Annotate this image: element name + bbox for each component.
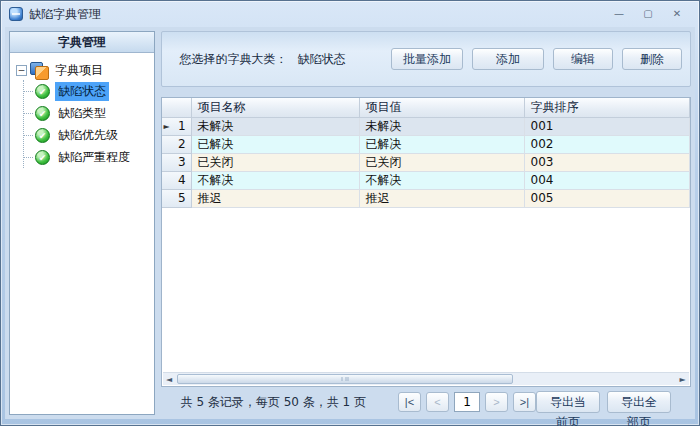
cell-name[interactable]: 未解决 bbox=[192, 118, 360, 136]
export-current-page-button[interactable]: 导出当前页 bbox=[536, 391, 600, 413]
table-row[interactable]: 2 已解决 已解决 002 bbox=[162, 136, 690, 154]
cell-order[interactable]: 001 bbox=[525, 118, 690, 136]
cell-value[interactable]: 推迟 bbox=[360, 190, 525, 208]
titlebar: 缺陷字典管理 — ▢ ✕ bbox=[1, 1, 699, 27]
column-header-name[interactable]: 项目名称 bbox=[192, 98, 360, 117]
table-row[interactable]: ►1 未解决 未解决 001 bbox=[162, 118, 690, 136]
row-header[interactable]: 3 bbox=[162, 154, 192, 172]
export-all-pages-button[interactable]: 导出全部页 bbox=[607, 391, 671, 413]
cell-value[interactable]: 已关闭 bbox=[360, 154, 525, 172]
record-summary: 共 5 条记录，每页 50 条，共 1 页 bbox=[181, 394, 366, 411]
column-header-order[interactable]: 字典排序 bbox=[525, 98, 690, 117]
tree-children: ✔ 缺陷状态 ✔ 缺陷类型 ✔ 缺陷优先级 ✔ bbox=[23, 80, 151, 168]
export-buttons: 导出当前页 导出全部页 bbox=[536, 391, 691, 413]
table-header: 项目名称 项目值 字典排序 bbox=[162, 98, 690, 118]
cell-name[interactable]: 推迟 bbox=[192, 190, 360, 208]
tree-root-label: 字典项目 bbox=[52, 61, 106, 80]
category-value: 缺陷状态 bbox=[298, 51, 346, 68]
cell-order[interactable]: 002 bbox=[525, 136, 690, 154]
cell-name[interactable]: 已解决 bbox=[192, 136, 360, 154]
cell-name[interactable]: 不解决 bbox=[192, 172, 360, 190]
cell-name[interactable]: 已关闭 bbox=[192, 154, 360, 172]
sidebar-header: 字典管理 bbox=[10, 32, 154, 53]
tree-item-label: 缺陷严重程度 bbox=[55, 148, 133, 167]
maximize-icon[interactable]: ▢ bbox=[640, 7, 656, 21]
scroll-left-icon[interactable]: ◄ bbox=[163, 373, 176, 386]
scroll-right-icon[interactable]: ► bbox=[676, 373, 689, 386]
window-controls: — ▢ ✕ bbox=[611, 7, 691, 21]
table-row[interactable]: 4 不解决 不解决 004 bbox=[162, 172, 690, 190]
cell-value[interactable]: 未解决 bbox=[360, 118, 525, 136]
cell-order[interactable]: 004 bbox=[525, 172, 690, 190]
prev-page-button[interactable]: < bbox=[426, 392, 449, 412]
minimize-icon[interactable]: — bbox=[611, 7, 627, 21]
pagination: |< < > >| bbox=[398, 392, 536, 412]
main-panel: 您选择的字典大类： 缺陷状态 批量添加 添加 编辑 删除 项目名称 项目值 字典… bbox=[161, 31, 691, 415]
column-header-value[interactable]: 项目值 bbox=[360, 98, 525, 117]
table-row[interactable]: 3 已关闭 已关闭 003 bbox=[162, 154, 690, 172]
window-title: 缺陷字典管理 bbox=[29, 6, 101, 23]
check-icon: ✔ bbox=[35, 128, 50, 143]
next-page-button[interactable]: > bbox=[485, 392, 508, 412]
check-icon: ✔ bbox=[35, 150, 50, 165]
row-header[interactable]: 4 bbox=[162, 172, 192, 190]
project-folder-icon bbox=[30, 62, 47, 78]
page-number-input[interactable] bbox=[454, 392, 480, 412]
collapse-icon[interactable]: − bbox=[16, 65, 27, 76]
horizontal-scrollbar[interactable]: ◄ ► bbox=[163, 372, 689, 385]
scrollbar-thumb[interactable] bbox=[177, 374, 514, 384]
tree-item-defect-status[interactable]: ✔ 缺陷状态 bbox=[24, 80, 151, 102]
edit-button[interactable]: 编辑 bbox=[553, 48, 613, 70]
cell-value[interactable]: 已解决 bbox=[360, 136, 525, 154]
app-window: 缺陷字典管理 — ▢ ✕ 字典管理 − 字典项目 ✔ 缺陷状态 bbox=[0, 0, 700, 426]
delete-button[interactable]: 删除 bbox=[622, 48, 682, 70]
tree-item-label: 缺陷类型 bbox=[55, 104, 109, 123]
cell-order[interactable]: 005 bbox=[525, 190, 690, 208]
current-row-arrow-icon: ► bbox=[164, 118, 170, 135]
add-button[interactable]: 添加 bbox=[472, 48, 544, 70]
table-row[interactable]: 5 推迟 推迟 005 bbox=[162, 190, 690, 208]
first-page-button[interactable]: |< bbox=[398, 392, 421, 412]
row-header[interactable]: 2 bbox=[162, 136, 192, 154]
dictionary-tree: − 字典项目 ✔ 缺陷状态 ✔ 缺陷类型 bbox=[10, 53, 154, 171]
tree-item-defect-severity[interactable]: ✔ 缺陷严重程度 bbox=[24, 146, 151, 168]
row-header[interactable]: ►1 bbox=[162, 118, 192, 136]
tree-item-label: 缺陷优先级 bbox=[55, 126, 121, 145]
cell-value[interactable]: 不解决 bbox=[360, 172, 525, 190]
row-header[interactable]: 5 bbox=[162, 190, 192, 208]
cell-order[interactable]: 003 bbox=[525, 154, 690, 172]
check-icon: ✔ bbox=[35, 106, 50, 121]
tree-item-defect-priority[interactable]: ✔ 缺陷优先级 bbox=[24, 124, 151, 146]
dictionary-table: 项目名称 项目值 字典排序 ►1 未解决 未解决 001 2 已解决 已解决 0… bbox=[161, 97, 691, 387]
app-icon bbox=[9, 7, 23, 21]
check-icon: ✔ bbox=[35, 84, 50, 99]
tree-root-node[interactable]: − 字典项目 bbox=[16, 60, 151, 80]
category-label: 您选择的字典大类： bbox=[180, 51, 288, 68]
footer-bar: 共 5 条记录，每页 50 条，共 1 页 |< < > >| 导出当前页 导出… bbox=[161, 389, 691, 415]
toolbar-buttons: 批量添加 添加 编辑 删除 bbox=[391, 48, 682, 70]
tree-item-defect-type[interactable]: ✔ 缺陷类型 bbox=[24, 102, 151, 124]
row-selector-header bbox=[162, 98, 192, 117]
tree-item-label: 缺陷状态 bbox=[55, 82, 109, 101]
window-content: 字典管理 − 字典项目 ✔ 缺陷状态 ✔ 缺陷类型 bbox=[5, 27, 695, 419]
close-icon[interactable]: ✕ bbox=[669, 7, 685, 21]
last-page-button[interactable]: >| bbox=[513, 392, 536, 412]
sidebar: 字典管理 − 字典项目 ✔ 缺陷状态 ✔ 缺陷类型 bbox=[9, 31, 155, 415]
scrollbar-grip bbox=[342, 377, 349, 381]
category-toolbar: 您选择的字典大类： 缺陷状态 批量添加 添加 编辑 删除 bbox=[161, 31, 691, 87]
batch-add-button[interactable]: 批量添加 bbox=[391, 48, 463, 70]
